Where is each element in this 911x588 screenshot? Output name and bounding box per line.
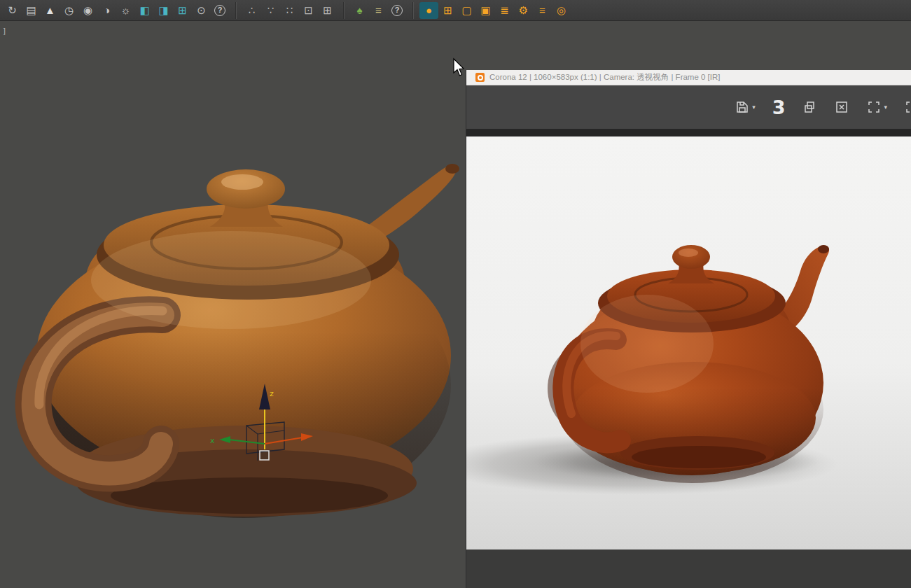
- white-figure-icon[interactable]: ▲: [41, 2, 60, 19]
- layer-disc-icon[interactable]: ◉: [78, 2, 97, 19]
- teapot-model[interactable]: [0, 21, 466, 588]
- scene-list-icon[interactable]: ≡: [369, 2, 388, 19]
- snaps-settings-icon[interactable]: ⊞: [318, 2, 337, 19]
- viewport-teapot-group[interactable]: [27, 164, 459, 518]
- spinner-snap-icon[interactable]: ⊡: [299, 2, 318, 19]
- help-circle-icon[interactable]: ?: [214, 5, 225, 16]
- render-knob: [672, 245, 710, 269]
- corona-frame-buffer-icon[interactable]: ▢: [457, 2, 476, 19]
- render-spout-tip: [818, 245, 829, 253]
- corona-lister-icon[interactable]: ≣: [495, 2, 514, 19]
- corona-settings-gear-icon[interactable]: ⚙: [514, 2, 533, 19]
- corona-vfb-window: Corona 12 | 1060×583px (1:1) | Camera: 透…: [466, 70, 911, 550]
- render-base-bottom: [632, 446, 766, 468]
- corona-interactive-render-icon[interactable]: ●: [419, 2, 438, 19]
- viewport-panel-play-icon[interactable]: ◨: [154, 2, 173, 19]
- toolbar-group: ↻▤▲◷◉◑☼◧◨⊞⊙?: [3, 2, 229, 19]
- corona-layers-icon[interactable]: ▣: [476, 2, 495, 19]
- toolbar-group: ♠≡?: [343, 2, 406, 19]
- corona-grid-icon[interactable]: ⊞: [438, 2, 457, 19]
- time-configuration-icon[interactable]: ◷: [60, 2, 78, 19]
- knob-highlight: [221, 174, 263, 190]
- bottom-panel: [466, 550, 911, 588]
- duplicate-icon: [802, 99, 817, 115]
- render-teapot-group: [466, 245, 837, 495]
- light-bulb-icon[interactable]: ☼: [116, 2, 135, 19]
- clear-image-button[interactable]: [834, 99, 849, 115]
- render-knob-highlight: [679, 248, 698, 257]
- history-count-label: 3: [772, 98, 786, 117]
- spout-tip: [445, 164, 459, 174]
- toolbar-group: ∴∵∷⊡⊞: [235, 2, 337, 19]
- rendered-teapot: [466, 136, 911, 550]
- main-toolbar: ↻▤▲◷◉◑☼◧◨⊞⊙?∴∵∷⊡⊞♠≡?●⊞▢▣≣⚙≡◎: [0, 0, 911, 21]
- viewport-panel-grid-icon[interactable]: ⊞: [173, 2, 192, 19]
- application-root: ↻▤▲◷◉◑☼◧◨⊞⊙?∴∵∷⊡⊞♠≡?●⊞▢▣≣⚙≡◎ ]: [0, 0, 911, 588]
- toolbar-group: ●⊞▢▣≣⚙≡◎: [412, 2, 571, 19]
- undo-rotate-icon[interactable]: ↻: [3, 2, 22, 19]
- save-image-button[interactable]: ▾: [735, 99, 756, 115]
- render-body-sheen: [580, 295, 714, 393]
- render-region-button[interactable]: ▾: [866, 99, 887, 115]
- angle-snap-icon[interactable]: ∵: [261, 2, 280, 19]
- corona-title: Corona 12 | 1060×583px (1:1) | Camera: 透…: [489, 72, 721, 83]
- eye-icon[interactable]: ⊙: [192, 2, 211, 19]
- save-floppy-icon: [735, 99, 750, 115]
- corona-log-lines-icon[interactable]: ≡: [533, 2, 552, 19]
- help-circle-2-icon[interactable]: ?: [391, 5, 403, 16]
- teapot-base-bottom: [111, 477, 388, 514]
- percent-snap-icon[interactable]: ∷: [280, 2, 299, 19]
- forest-tree-icon[interactable]: ♠: [350, 2, 369, 19]
- region-extra-button[interactable]: [904, 99, 911, 115]
- region-extra-icon: [904, 99, 911, 115]
- snap-toggle-icon[interactable]: ∴: [242, 2, 261, 19]
- corona-target-circle-icon[interactable]: ◎: [552, 2, 571, 19]
- corona-toolbar: ▾ 3: [466, 85, 911, 129]
- corona-titlebar[interactable]: Corona 12 | 1060×583px (1:1) | Camera: 透…: [466, 70, 911, 85]
- corona-logo-icon: [475, 73, 485, 82]
- mirror-half-icon[interactable]: ◑: [97, 2, 116, 19]
- render-view[interactable]: [466, 136, 911, 550]
- listener-log-icon[interactable]: ▤: [22, 2, 41, 19]
- region-dropdown-caret[interactable]: ▾: [884, 104, 887, 111]
- clear-x-icon: [834, 99, 849, 115]
- duplicate-image-button[interactable]: [802, 99, 817, 115]
- vfb-separator: [466, 129, 911, 136]
- viewport-panel-left-icon[interactable]: ◧: [135, 2, 154, 19]
- body-sheen: [91, 231, 371, 329]
- save-dropdown-caret[interactable]: ▾: [752, 104, 756, 111]
- region-select-icon: [866, 99, 882, 115]
